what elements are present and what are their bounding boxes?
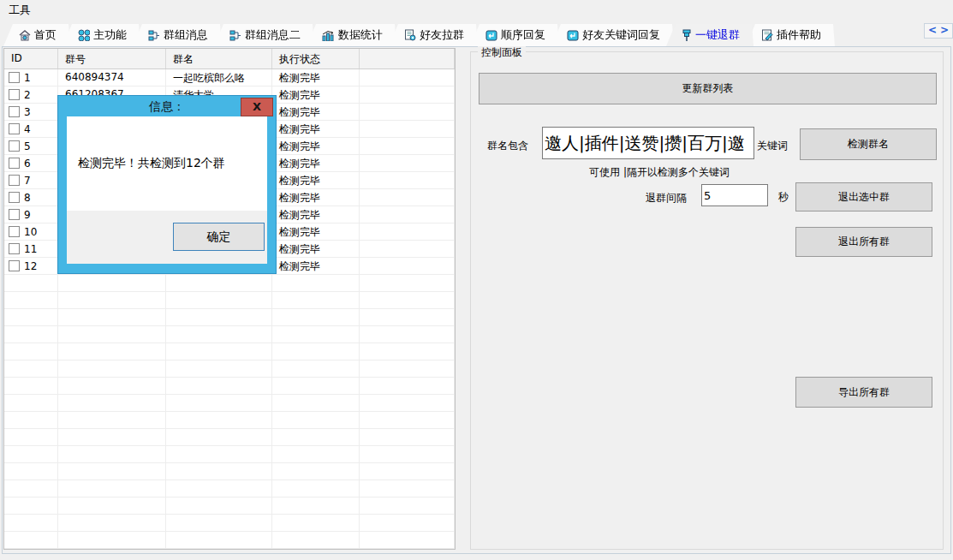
update-group-list-button[interactable]: 更新群列表	[479, 73, 937, 104]
tab-label: 群组消息二	[245, 27, 301, 43]
tab-plugin-help[interactable]: 插件帮助	[746, 24, 835, 46]
status-cell	[272, 395, 360, 412]
spacer-cell	[360, 275, 455, 292]
status-cell	[272, 378, 360, 395]
status-cell: 检测完毕	[272, 155, 360, 172]
interval-unit-label: 秒	[778, 190, 789, 205]
group-name-cell	[166, 360, 272, 378]
status-cell: 检测完毕	[272, 104, 360, 121]
exit-selected-groups-button[interactable]: 退出选中群	[795, 182, 932, 211]
status-cell: 检测完毕	[272, 69, 360, 86]
status-cell	[272, 463, 360, 480]
row-checkbox[interactable]	[9, 140, 20, 152]
row-id	[4, 360, 58, 378]
group-name-cell	[166, 497, 272, 515]
group-name-cell	[166, 275, 272, 292]
control-panel: 控制面板 更新群列表 群名包含 关键词 检测群名 可使用 |隔开以检测多个关键词…	[470, 51, 944, 550]
reply-icon	[567, 30, 579, 41]
tab-sequence-reply[interactable]: 顺序回复	[470, 24, 559, 46]
tab-home[interactable]: 首页	[3, 24, 70, 46]
exit-interval-input[interactable]	[701, 184, 768, 206]
spacer-cell	[360, 69, 455, 86]
group-number-cell	[58, 480, 166, 497]
row-id	[4, 480, 58, 497]
tab-scroll-left-icon[interactable]: <	[926, 24, 938, 38]
home-icon	[19, 30, 31, 41]
status-cell: 检测完毕	[272, 206, 360, 223]
row-checkbox[interactable]	[9, 209, 20, 220]
row-checkbox[interactable]	[9, 226, 20, 237]
status-cell	[272, 326, 360, 343]
tab-data-stats[interactable]: 数据统计	[307, 24, 396, 46]
row-id	[4, 309, 58, 326]
bar-chart-icon	[322, 30, 335, 41]
status-cell	[272, 532, 360, 549]
row-id: 4	[24, 123, 31, 135]
keyword-input[interactable]	[542, 127, 754, 159]
check-group-name-button[interactable]: 检测群名	[800, 128, 937, 160]
row-id	[4, 446, 58, 463]
row-id	[4, 343, 58, 360]
tab-group-messages-2[interactable]: 群组消息二	[214, 24, 314, 46]
column-header[interactable]: ID	[4, 49, 58, 69]
tab-main-functions[interactable]: 主功能	[63, 24, 140, 46]
modules-icon	[78, 29, 90, 41]
row-id: 9	[24, 209, 31, 221]
group-number-cell	[58, 326, 166, 343]
row-id: 11	[24, 243, 37, 255]
tab-friend-pull-group[interactable]: 好友拉群	[389, 24, 478, 46]
tab-label: 一键退群	[695, 27, 740, 43]
column-header[interactable]	[360, 49, 455, 69]
row-checkbox[interactable]	[9, 175, 20, 186]
row-checkbox[interactable]	[9, 89, 20, 100]
export-all-groups-button[interactable]: 导出所有群	[795, 377, 932, 408]
tab-scroll-right-icon[interactable]: >	[938, 24, 950, 38]
exit-interval-label: 退群间隔	[646, 191, 687, 206]
row-checkbox[interactable]	[9, 260, 20, 271]
group-name-cell	[166, 309, 272, 326]
group-name-cell	[166, 412, 272, 429]
tab-group-messages[interactable]: 群组消息	[133, 24, 222, 46]
group-number-cell	[58, 532, 166, 549]
empty-row	[4, 275, 455, 292]
spacer-cell	[360, 497, 455, 515]
row-id: 6	[24, 158, 31, 170]
status-cell: 检测完毕	[272, 121, 360, 138]
spacer-cell	[360, 258, 455, 275]
column-header[interactable]: 执行状态	[272, 49, 360, 69]
column-header[interactable]: 群名	[166, 49, 272, 69]
tab-one-key-exit-group[interactable]: 一键退群	[666, 24, 753, 46]
tab-label: 插件帮助	[777, 27, 821, 43]
tab-friend-keyword-reply[interactable]: 好友关键词回复	[551, 24, 674, 46]
reply-icon	[485, 30, 497, 41]
status-cell	[272, 343, 360, 360]
tab-label: 好友关键词回复	[582, 27, 660, 43]
row-id	[4, 395, 58, 412]
ok-button[interactable]: 确定	[173, 223, 265, 251]
row-id: 12	[24, 260, 37, 272]
row-checkbox[interactable]	[9, 106, 20, 117]
row-checkbox[interactable]	[9, 123, 20, 134]
tab-label: 群组消息	[164, 27, 208, 43]
close-icon[interactable]: X	[241, 98, 273, 116]
spacer-cell	[360, 360, 455, 378]
row-checkbox[interactable]	[9, 243, 20, 254]
group-number-cell	[58, 429, 166, 446]
exit-all-groups-button[interactable]: 退出所有群	[795, 227, 932, 257]
group-number-cell	[58, 275, 166, 292]
column-header[interactable]: 群号	[58, 49, 166, 69]
menu-bar: 工具	[0, 0, 953, 21]
empty-row	[4, 515, 455, 532]
row-id: 7	[24, 175, 31, 187]
row-checkbox[interactable]	[9, 192, 20, 203]
status-cell: 检测完毕	[272, 138, 360, 155]
row-checkbox[interactable]	[9, 158, 20, 169]
row-id: 3	[24, 106, 31, 118]
status-cell	[272, 497, 360, 515]
control-panel-title: 控制面板	[478, 45, 526, 60]
row-id	[4, 515, 58, 532]
tab-label: 主功能	[93, 27, 127, 43]
app-window: 工具 首页主功能群组消息群组消息二数据统计好友拉群顺序回复好友关键词回复一键退群…	[0, 0, 953, 560]
menu-tools[interactable]: 工具	[0, 1, 39, 20]
row-checkbox[interactable]	[9, 72, 20, 83]
